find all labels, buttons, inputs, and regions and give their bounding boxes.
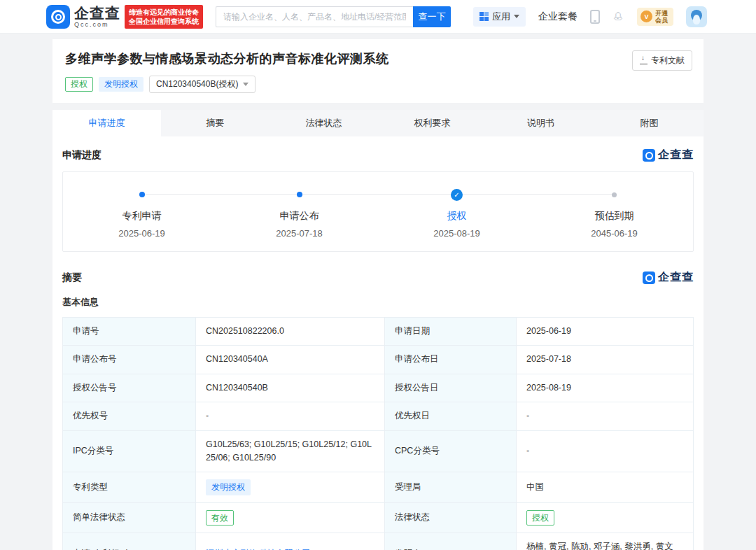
enterprise-package-link[interactable]: 企业套餐 [538,10,578,23]
table-row: 简单法律状态 有效 法律状态 授权 [63,502,694,533]
field-value: 中国 [517,472,694,503]
tab-bar: 申请进度 摘要 法律状态 权利要求 说明书 附图 [52,110,704,136]
field-value: 发明授权 [196,472,385,503]
slogan-line1: 缔造有远见的商业传奇 [129,8,199,17]
patent-number-select[interactable]: CN120340540B(授权) [149,76,255,93]
vip-crown-icon: V [640,10,652,22]
field-label: 优先权号 [63,402,196,430]
field-value: - [517,402,694,430]
field-value: - [517,430,694,472]
slogan-box: 缔造有远见的商业传奇 全国企业信用查询系统 [125,5,203,29]
navbar-right: 应用 企业套餐 🕭 V 开通 会员 [473,6,707,27]
field-label: 优先权日 [385,402,517,430]
timeline-check-icon: ✓ [451,189,463,201]
field-value: - [196,402,385,430]
timeline-step-expiry: 预估到期 2045-06-19 [536,189,693,239]
field-value: CN120340540B [196,374,385,402]
qcc-watermark-text: 企查查 [658,148,694,162]
field-label: 申请号 [63,318,196,346]
slogan-line2: 全国企业信用查询系统 [129,17,199,26]
field-label: 申请公布号 [63,346,196,374]
apps-menu[interactable]: 应用 [473,7,526,27]
apps-label: 应用 [492,10,510,23]
patent-header-card: 多维声学参数与情感场景动态分析的声音标准化评测系统 授权 发明授权 CN1203… [52,39,704,103]
abstract-section-header: 摘要 企查查 [62,270,694,285]
chevron-down-icon [243,83,248,86]
field-label: 简单法律状态 [63,502,196,533]
patent-type-badge: 发明授权 [99,77,144,92]
qcc-watermark-text: 企查查 [658,270,694,285]
field-value: 授权 [517,502,694,533]
qcc-watermark-icon [643,272,655,284]
field-label: 授权公告号 [63,374,196,402]
timeline-step-label: 申请公布 [280,210,319,223]
field-label: 申请(专利权)人 [63,533,196,550]
tab-application-progress[interactable]: 申请进度 [52,110,161,136]
application-timeline: 专利申请 2025-06-19 申请公布 2025-07-18 ✓ 授权 202… [62,171,694,252]
patent-tag-row: 授权 发明授权 CN120340540B(授权) [65,76,691,93]
table-row: 优先权号 - 优先权日 - [63,402,694,430]
timeline-dot-icon [297,192,302,197]
basic-info-subtitle: 基本信息 [62,296,694,309]
progress-section-header: 申请进度 企查查 [62,148,694,162]
vip-label: 开通 会员 [655,10,668,24]
tab-legal-status[interactable]: 法律状态 [270,110,378,136]
status-badge: 授权 [65,77,93,92]
progress-section-title: 申请进度 [62,149,102,162]
table-row: 授权公告号 CN120340540B 授权公告日 2025-08-19 [63,374,694,402]
search-button[interactable]: 查一下 [413,6,451,27]
timeline-step-date: 2025-07-18 [276,228,323,239]
tab-claims[interactable]: 权利要求 [378,110,486,136]
mobile-app-icon[interactable] [590,10,600,24]
legal-status-badge: 授权 [526,510,554,526]
patent-document-label: 专利文献 [651,55,685,66]
field-value: 有效 [196,502,385,533]
legal-simple-status-badge: 有效 [206,510,234,526]
chevron-down-icon [514,15,519,18]
patent-number-value: CN120340540B(授权) [156,78,238,90]
table-row: 申请公布号 CN120340540A 申请公布日 2025-07-18 [63,346,694,374]
abstract-section-title: 摘要 [62,272,82,284]
qcc-logo[interactable]: 企查查 Qcc.com 缔造有远见的商业传奇 全国企业信用查询系统 [46,5,203,29]
table-row: IPC分类号 G10L25/63; G10L25/15; G10L25/12; … [63,430,694,472]
field-value: CN120340540A [196,346,385,374]
field-label: 发明人 [385,533,517,550]
logo-subtext: Qcc.com [74,22,120,28]
qcc-watermark: 企查查 [643,270,694,285]
search-input[interactable] [216,6,413,27]
field-value: 杨楠, 黄冠, 陈劢, 邓子涵, 黎洪勇, 黄文俊, 钟山 [517,533,694,550]
field-label: 授权公告日 [385,374,517,402]
table-row: 申请号 CN202510822206.0 申请日期 2025-06-19 [63,318,694,346]
field-value: 2025-06-19 [517,318,694,346]
vip-upgrade-button[interactable]: V 开通 会员 [637,8,673,26]
qcc-logo-icon [46,5,70,29]
tab-abstract[interactable]: 摘要 [161,110,270,136]
field-label: IPC分类号 [63,430,196,472]
timeline-dot-icon [139,192,145,197]
page-title: 多维声学参数与情感场景动态分析的声音标准化评测系统 [65,50,691,67]
patent-type-badge: 发明授权 [206,479,251,495]
patent-detail-card: 申请进度 摘要 法律状态 权利要求 说明书 附图 申请进度 企查查 [52,110,704,550]
search-box: 查一下 [216,6,451,27]
field-label: 受理局 [385,472,517,503]
patent-document-button[interactable]: 专利文献 [632,50,692,71]
user-avatar[interactable] [686,6,707,27]
logo-name: 企查查 [74,6,120,20]
timeline-step-date: 2045-06-19 [591,228,638,239]
field-value: 2025-08-19 [517,374,694,402]
qcc-watermark: 企查查 [643,148,694,162]
tab-figures[interactable]: 附图 [595,110,704,136]
vip-line1: 开通 [655,10,668,17]
field-value: 深圳十方融海科技有限公司 [196,533,385,550]
timeline-step-label: 授权 [447,210,467,223]
field-label: 申请公布日 [385,346,517,374]
notification-bell-icon[interactable]: 🕭 [612,10,624,22]
timeline-step-label: 专利申请 [122,210,162,223]
vip-line2: 会员 [655,17,668,24]
timeline-step-label: 预估到期 [595,210,634,223]
tab-description[interactable]: 说明书 [486,110,595,136]
top-navbar: 企查查 Qcc.com 缔造有远见的商业传奇 全国企业信用查询系统 查一下 应用… [0,0,756,34]
qcc-watermark-icon [643,149,655,162]
field-label: 专利类型 [63,472,196,503]
field-label: CPC分类号 [385,430,517,472]
